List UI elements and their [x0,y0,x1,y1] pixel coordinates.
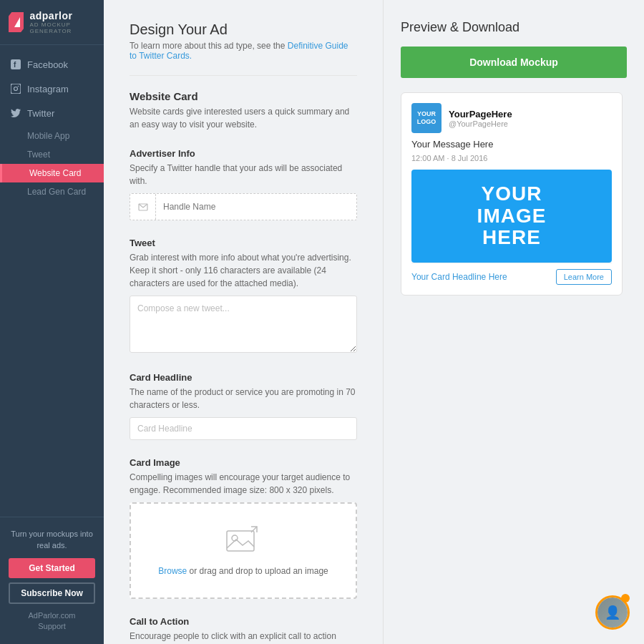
twitter-icon [10,107,21,119]
twitter-subnav: Mobile App Tweet Website Card Lead Gen C… [0,127,104,201]
card-headline-input[interactable] [130,417,357,440]
tweet-label: Tweet [130,238,357,248]
svg-point-4 [18,86,19,87]
tweet-textarea[interactable] [130,296,357,353]
svg-rect-2 [11,84,21,94]
tweet-header: YOURLOGO YourPageHere @YourPageHere [411,103,612,133]
sidebar-item-facebook[interactable]: f Facebook [0,52,104,77]
logo-icon [9,12,24,32]
tweet-time: 12:00 AM · 8 Jul 2016 [411,154,612,162]
tweet-page-name: YourPageHere [449,109,512,119]
upload-text: Browse or drag and drop to upload an ima… [145,566,341,576]
preview-panel: Preview & Download Download Mockup YOURL… [383,0,644,644]
tweet-message: Your Message Here [411,139,612,150]
adparlor-link[interactable]: AdParlor.com [9,611,95,620]
tweet-page-handle: @YourPageHere [449,119,512,128]
get-started-button[interactable]: Get Started [9,558,95,578]
tweet-section: Tweet Grab interest with more info about… [130,238,357,355]
subscribe-button[interactable]: Subscribe Now [9,582,95,604]
handle-input[interactable] [156,196,356,218]
cta-label: Call to Action [130,616,357,627]
svg-rect-6 [227,531,254,551]
upload-area[interactable]: Browse or drag and drop to upload an ima… [130,502,357,599]
facebook-icon: f [10,59,21,70]
card-type-section: Website Card Website cards give interest… [130,90,357,131]
tweet-card-footer: Your Card Headline Here Learn More [411,263,612,285]
card-type-desc: Website cards give interested users a qu… [130,105,357,131]
card-image-section: Card Image Compelling images will encour… [130,457,357,599]
sidebar-bottom: Turn your mockups into real ads. Get Sta… [0,517,104,644]
tweet-logo-box: YOURLOGO [411,103,441,133]
browse-link[interactable]: Browse [158,566,187,576]
card-image-label: Card Image [130,457,357,468]
advertiser-section: Advertiser Info Specify a Twitter handle… [130,148,357,220]
handle-input-wrap [130,193,357,220]
tweet-card-cta-button[interactable]: Learn More [556,269,612,285]
download-mockup-button[interactable]: Download Mockup [401,47,627,78]
brand-sub: AD MOCKUP GENERATOR [29,21,95,34]
tweet-card-preview: YOURLOGO YourPageHere @YourPageHere Your… [401,92,623,296]
tweet-image-text: YOURIMAGEHERE [477,183,547,249]
sidebar-subitem-website-card[interactable]: Website Card [0,164,104,182]
card-headline-section: Card Headline The name of the product or… [130,372,357,440]
tweet-image-placeholder: YOURIMAGEHERE [411,170,612,263]
tweet-card-link: Your Card Headline Here [411,272,507,282]
card-type-title: Website Card [130,90,357,102]
sidebar-logo: adparlor AD MOCKUP GENERATOR [0,0,104,45]
advertiser-desc: Specify a Twitter handle that your ads w… [130,162,357,187]
cta-section: Call to Action Encourage people to click… [130,616,357,644]
chat-notification-dot [621,594,630,602]
tweet-desc: Grab interest with more info about what … [130,251,357,290]
card-headline-desc: The name of the product or service you a… [130,386,357,411]
tweet-logo-text: YOURLOGO [417,110,436,126]
tweet-account-info: YourPageHere @YourPageHere [449,109,512,128]
main-content: Design Your Ad To learn more about this … [104,0,383,644]
page-title: Design Your Ad [130,21,357,38]
sidebar-subitem-mobile-app[interactable]: Mobile App [0,127,104,145]
card-headline-label: Card Headline [130,372,357,383]
upload-icon [145,525,341,560]
promo-text: Turn your mockups into real ads. [9,529,95,551]
sidebar-nav: f Facebook Instagram Twitter Mobile App … [0,45,104,517]
instagram-icon [10,83,21,94]
sidebar-subitem-lead-gen-card[interactable]: Lead Gen Card [0,182,104,201]
sidebar-subitem-tweet[interactable]: Tweet [0,145,104,164]
sidebar-item-twitter[interactable]: Twitter [0,101,104,125]
twitter-label: Twitter [27,108,54,119]
instagram-label: Instagram [27,84,69,94]
preview-title: Preview & Download [401,20,627,35]
handle-icon [130,194,156,220]
svg-point-3 [14,87,18,91]
facebook-label: Facebook [27,59,68,70]
card-image-desc: Compelling images will encourage your ta… [130,471,357,497]
brand-name: adparlor [29,10,95,21]
cta-desc: Encourage people to click with an explic… [130,630,357,644]
advertiser-label: Advertiser Info [130,148,357,159]
support-link[interactable]: Support [9,622,95,630]
sidebar-item-instagram[interactable]: Instagram [0,77,104,101]
page-subtitle: To learn more about this ad type, see th… [130,41,357,61]
sidebar: adparlor AD MOCKUP GENERATOR f Facebook … [0,0,104,644]
